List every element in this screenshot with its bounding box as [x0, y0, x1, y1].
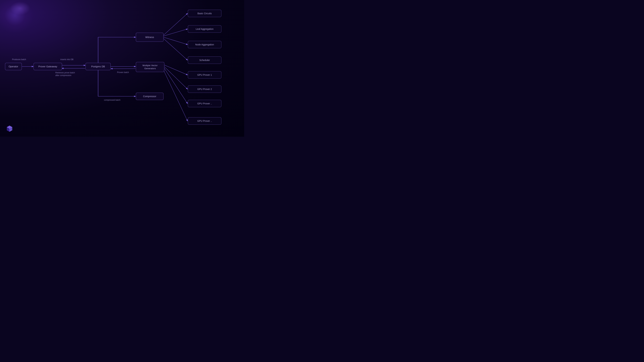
witness-node: Witness: [136, 33, 164, 42]
gpu-prover-1-node: GPU Prover 1: [188, 71, 221, 79]
postgres-node: Postgres DB: [86, 63, 111, 70]
operator-node: Operator: [5, 63, 22, 70]
lens-flare2: [10, 2, 30, 15]
gpu-prover-2-node: GPU Prover 2: [188, 85, 221, 93]
prover-gateway-node: Prover Gateaway: [34, 63, 62, 70]
basic-circuits-node: Basic Circuits: [188, 10, 221, 17]
gpu-prover-3-node: GPU Prover ..: [188, 100, 221, 107]
leaf-aggregation-node: Leaf Aggregation: [188, 25, 221, 33]
scheduler-node: Scheduler: [188, 56, 221, 64]
logo: [5, 124, 14, 133]
compressor-node: Compressor: [136, 93, 164, 100]
gpu-prover-4-node: GPU Prover ..: [188, 117, 221, 125]
node-aggregation-node: Node Aggregation: [188, 41, 221, 48]
mvg-node: Multiple VectorGenerators: [136, 62, 164, 72]
